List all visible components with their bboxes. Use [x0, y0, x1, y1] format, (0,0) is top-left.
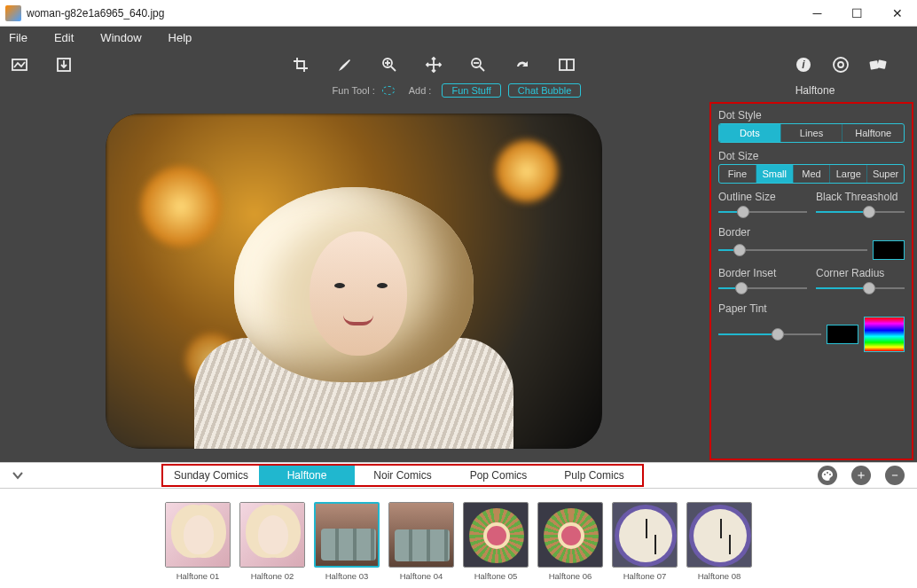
dotstyle-halftone[interactable]: Halftone — [843, 124, 904, 142]
preset-label: Halftone 05 — [474, 571, 518, 581]
menu-edit[interactable]: Edit — [54, 31, 74, 44]
dotsize-label: Dot Size — [718, 150, 905, 162]
compare-icon[interactable] — [558, 56, 576, 74]
dice-icon[interactable] — [869, 56, 887, 74]
preset-item[interactable]: Halftone 04 — [388, 502, 454, 581]
collapse-chevron-icon[interactable] — [5, 463, 30, 488]
dotstyle-lines[interactable]: Lines — [781, 124, 843, 142]
preset-thumbnail[interactable] — [165, 502, 231, 568]
svg-point-22 — [829, 474, 831, 475]
black-threshold-slider[interactable] — [816, 205, 905, 219]
settings-icon[interactable] — [832, 56, 850, 74]
crop-icon[interactable] — [292, 56, 310, 74]
window-title: woman-g82e1a6965_640.jpg — [27, 7, 797, 20]
chatbubble-button[interactable]: Chat Bubble — [508, 83, 582, 98]
tab-sunday-comics[interactable]: Sunday Comics — [163, 466, 259, 485]
brush-icon[interactable] — [336, 56, 354, 74]
preset-thumbnail[interactable] — [463, 502, 529, 568]
minimize-button[interactable]: ─ — [797, 0, 837, 27]
border-slider[interactable] — [718, 243, 867, 257]
menu-window[interactable]: Window — [100, 31, 141, 44]
preset-item[interactable]: Halftone 05 — [463, 502, 529, 581]
funtool-shape-icon[interactable] — [382, 86, 395, 95]
border-color-swatch[interactable] — [873, 240, 905, 260]
remove-button[interactable]: － — [885, 466, 905, 485]
preset-item[interactable]: Halftone 03 — [314, 502, 380, 581]
dotsize-segmented: Fine Small Med Large Super — [718, 164, 905, 184]
corner-radius-slider[interactable] — [816, 281, 905, 295]
preset-thumbnail[interactable] — [388, 502, 454, 568]
corner-radius-label: Corner Radius — [816, 267, 905, 279]
funstuff-button[interactable]: Fun Stuff — [442, 83, 500, 98]
info-icon[interactable]: i — [795, 56, 812, 74]
halftone-panel: Dot Style Dots Lines Halftone Dot Size F… — [709, 102, 913, 460]
dotsize-large[interactable]: Large — [830, 165, 867, 183]
maximize-button[interactable]: ☐ — [837, 0, 877, 27]
preset-label: Halftone 04 — [400, 571, 443, 581]
dotsize-small[interactable]: Small — [756, 165, 794, 183]
zoom-in-icon[interactable] — [380, 56, 398, 74]
border-label: Border — [718, 226, 905, 239]
preset-thumbnail[interactable] — [314, 502, 380, 568]
preset-thumbnail[interactable] — [686, 502, 752, 568]
tab-halftone[interactable]: Halftone — [259, 466, 355, 485]
menu-file[interactable]: File — [9, 31, 27, 44]
preset-item[interactable]: Halftone 01 — [165, 502, 231, 581]
svg-line-4 — [391, 67, 396, 71]
toolbar: i — [0, 49, 917, 81]
effect-tabs: Sunday ComicsHalftoneNoir ComicsPop Comi… — [161, 464, 644, 487]
svg-point-20 — [824, 474, 826, 475]
preset-thumbnail[interactable] — [612, 502, 678, 568]
color-picker-icon[interactable] — [864, 317, 905, 352]
panel-title: Halftone — [713, 84, 917, 97]
workspace: Dot Style Dots Lines Halftone Dot Size F… — [0, 100, 917, 462]
paper-tint-label: Paper Tint — [718, 302, 905, 315]
preset-thumbnail[interactable] — [239, 502, 305, 568]
svg-point-16 — [834, 58, 848, 72]
close-button[interactable]: ✕ — [877, 0, 917, 27]
paper-tint-swatch[interactable] — [827, 325, 858, 344]
preset-thumbnails: Halftone 01Halftone 02Halftone 03Halfton… — [0, 489, 917, 586]
dotsize-med[interactable]: Med — [794, 165, 831, 183]
outline-slider[interactable] — [718, 205, 807, 219]
dotsize-super[interactable]: Super — [867, 165, 904, 183]
preset-label: Halftone 02 — [251, 571, 294, 581]
menu-help[interactable]: Help — [169, 31, 192, 44]
tab-pulp-comics[interactable]: Pulp Comics — [546, 466, 642, 485]
palette-button[interactable] — [818, 466, 837, 485]
app-icon — [5, 5, 21, 21]
dotstyle-dots[interactable]: Dots — [719, 124, 781, 142]
border-inset-label: Border Inset — [718, 267, 807, 279]
preset-item[interactable]: Halftone 02 — [239, 502, 305, 581]
image-preview — [106, 114, 602, 449]
titlebar: woman-g82e1a6965_640.jpg ─ ☐ ✕ — [0, 0, 917, 27]
border-inset-slider[interactable] — [718, 281, 807, 295]
preset-label: Halftone 01 — [176, 571, 220, 581]
dotstyle-segmented: Dots Lines Halftone — [718, 123, 905, 143]
svg-rect-19 — [877, 59, 887, 69]
add-button[interactable]: ＋ — [851, 466, 871, 485]
svg-rect-18 — [869, 60, 878, 69]
preset-thumbnail[interactable] — [537, 502, 603, 568]
open-image-icon[interactable] — [11, 56, 28, 74]
black-threshold-label: Black Threashold — [816, 191, 905, 203]
svg-point-17 — [838, 62, 843, 67]
paper-tint-slider[interactable] — [718, 327, 821, 341]
add-label: Add : — [409, 85, 432, 96]
tab-noir-comics[interactable]: Noir Comics — [355, 466, 451, 485]
preset-item[interactable]: Halftone 07 — [612, 502, 678, 581]
dotsize-fine[interactable]: Fine — [719, 165, 756, 183]
preset-item[interactable]: Halftone 06 — [537, 502, 603, 581]
tab-pop-comics[interactable]: Pop Comics — [451, 466, 546, 485]
save-icon[interactable] — [55, 56, 73, 74]
preset-label: Halftone 07 — [623, 571, 667, 581]
pan-icon[interactable] — [425, 56, 443, 74]
funtool-label: Fun Tool : — [333, 85, 375, 96]
redo-icon[interactable] — [513, 56, 531, 74]
svg-line-10 — [480, 67, 484, 71]
preset-item[interactable]: Halftone 08 — [686, 502, 752, 581]
zoom-out-icon[interactable] — [469, 56, 487, 74]
canvas-area[interactable] — [0, 100, 708, 462]
effect-tabs-row: Sunday ComicsHalftoneNoir ComicsPop Comi… — [0, 462, 917, 489]
dotstyle-label: Dot Style — [718, 109, 905, 122]
